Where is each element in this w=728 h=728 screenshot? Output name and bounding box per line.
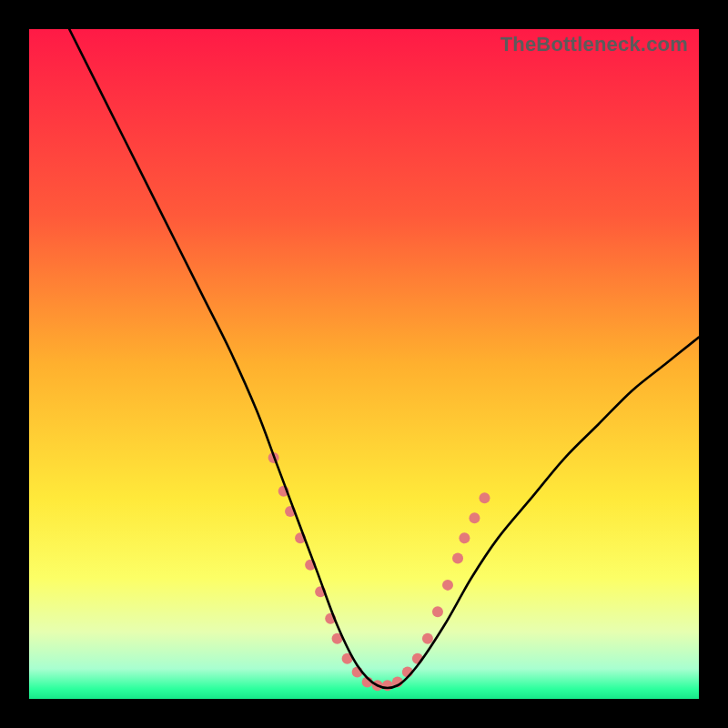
marker-point (432, 606, 443, 617)
marker-group (268, 452, 490, 691)
chart-frame: TheBottleneck.com (0, 0, 728, 728)
plot-area: TheBottleneck.com (29, 29, 699, 699)
marker-point (452, 552, 463, 563)
watermark-text: TheBottleneck.com (500, 33, 688, 56)
marker-point (442, 580, 453, 591)
curve-layer (29, 29, 699, 699)
marker-point (479, 492, 490, 503)
marker-point (422, 633, 433, 644)
marker-point (469, 512, 480, 523)
bottleneck-curve (69, 29, 699, 688)
marker-point (382, 680, 393, 691)
marker-point (459, 532, 470, 543)
